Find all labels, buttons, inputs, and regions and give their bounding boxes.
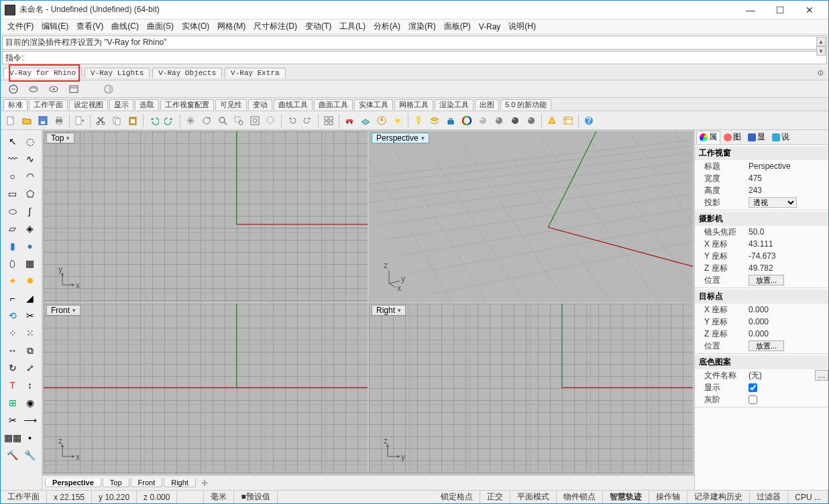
vtab-front[interactable]: Front <box>131 479 163 487</box>
cat-transform[interactable]: 变动 <box>248 99 272 110</box>
history-scroll[interactable]: ▲ ▼ <box>816 37 826 56</box>
menu-view[interactable]: 查看(V) <box>72 19 107 34</box>
show-checkbox[interactable] <box>749 383 757 392</box>
rtab-display[interactable]: 显 <box>744 131 769 144</box>
redo-view-icon[interactable] <box>300 113 315 128</box>
ellipse-icon[interactable]: ⬭ <box>4 202 21 220</box>
copy-icon[interactable] <box>109 113 124 128</box>
box-icon[interactable]: ▮ <box>4 237 21 255</box>
zoom-window-icon[interactable] <box>231 113 246 128</box>
sb-smarttrack[interactable]: 智慧轨迹 <box>603 491 649 503</box>
layers-icon[interactable] <box>427 113 442 128</box>
redo-icon[interactable] <box>162 113 177 128</box>
sb-cpu[interactable]: CPU ... <box>788 491 828 503</box>
sb-preset[interactable]: ■预设值 <box>234 491 277 503</box>
trim-icon[interactable]: ✂ <box>4 412 21 429</box>
tab-vray-rhino[interactable]: V-Ray for Rhino <box>3 68 82 78</box>
history-scroll-down-icon[interactable]: ▼ <box>816 46 826 56</box>
cat-select[interactable]: 选取 <box>135 99 159 110</box>
cat-setview[interactable]: 设定视图 <box>69 99 108 110</box>
cut-icon[interactable] <box>93 113 108 128</box>
menu-surface[interactable]: 曲面(S) <box>143 19 178 34</box>
close-button[interactable]: ✕ <box>795 1 824 19</box>
menu-edit[interactable]: 编辑(E) <box>38 19 72 34</box>
viewport-front-label[interactable]: Front▾ <box>46 305 80 316</box>
new-icon[interactable] <box>3 113 18 128</box>
scale-icon[interactable]: ⤢ <box>21 359 39 377</box>
explode-icon[interactable]: ✹ <box>21 272 39 290</box>
sphere2-icon[interactable] <box>492 113 506 128</box>
tgt-place-button[interactable]: 放置... <box>749 340 784 351</box>
menu-mesh[interactable]: 网格(M) <box>213 19 250 34</box>
history-scroll-up-icon[interactable]: ▲ <box>816 37 826 46</box>
text-icon[interactable]: T <box>4 377 21 394</box>
arrow-icon[interactable]: ↖ <box>4 133 21 150</box>
rect-icon[interactable]: ▭ <box>4 185 21 202</box>
group-icon[interactable]: ⊞ <box>4 394 21 412</box>
sb-gumball[interactable]: 操作轴 <box>649 491 687 503</box>
menu-render[interactable]: 渲染(R) <box>404 19 440 34</box>
vtab-right[interactable]: Right <box>164 479 196 487</box>
plane-icon[interactable]: ▱ <box>4 220 21 237</box>
command-input[interactable] <box>26 53 824 62</box>
car-icon[interactable] <box>342 113 357 128</box>
open-icon[interactable] <box>19 113 34 128</box>
print-icon[interactable] <box>52 113 66 128</box>
surface-icon[interactable]: ◈ <box>21 220 39 237</box>
viewport-perspective-label[interactable]: Perspective▾ <box>372 133 429 143</box>
light-icon[interactable] <box>411 113 426 128</box>
projection-select[interactable]: 透视 <box>749 197 797 208</box>
cat-standard[interactable]: 标准 <box>3 99 27 110</box>
pan-icon[interactable] <box>183 113 198 128</box>
compass-icon[interactable] <box>374 113 389 128</box>
viewport-perspective[interactable]: Perspective▾ z x y <box>369 131 693 302</box>
save-icon[interactable] <box>36 113 50 128</box>
menu-panel[interactable]: 面板(P) <box>440 19 475 34</box>
sb-planar[interactable]: 平面模式 <box>510 491 557 503</box>
cylinder-icon[interactable]: ⬯ <box>4 255 21 272</box>
split-icon[interactable]: ✂ <box>21 307 39 324</box>
menu-curve[interactable]: 曲线(C) <box>107 19 143 34</box>
pyramid-icon[interactable] <box>545 113 559 128</box>
four-view-icon[interactable] <box>321 113 336 128</box>
hammer-icon[interactable]: 🔨 <box>4 446 21 464</box>
tab-vray-objects[interactable]: V-Ray Objects <box>152 68 222 78</box>
vray-frame-icon[interactable] <box>66 82 81 97</box>
cat-drafting[interactable]: 出图 <box>475 99 499 110</box>
maximize-button[interactable]: ☐ <box>765 1 795 19</box>
render-circle-icon[interactable] <box>459 113 474 128</box>
viewport-top-label[interactable]: Top▾ <box>46 133 74 143</box>
menu-file[interactable]: 文件(F) <box>3 19 38 34</box>
sun-icon[interactable] <box>390 113 405 128</box>
cat-visibility[interactable]: 可见性 <box>215 99 247 110</box>
polygon-icon[interactable]: ⬠ <box>21 185 39 202</box>
points2-icon[interactable]: ⁙ <box>21 324 39 342</box>
circle-icon[interactable]: ○ <box>4 168 21 185</box>
viewport-front[interactable]: Front▾ x z <box>44 304 368 475</box>
vtab-add[interactable]: ✛ <box>197 479 212 488</box>
polyline-icon[interactable]: 〰 <box>4 150 21 168</box>
cplane-icon[interactable] <box>358 113 373 128</box>
star-icon[interactable]: ✦ <box>4 272 21 290</box>
points-icon[interactable]: ⁘ <box>4 324 21 342</box>
vray-options-icon[interactable] <box>6 82 21 97</box>
cam-place-button[interactable]: 放置... <box>749 275 784 286</box>
sb-workplane[interactable]: 工作平面 <box>1 491 47 503</box>
cat-curvetools[interactable]: 曲线工具 <box>274 99 313 110</box>
cat-surftools[interactable]: 曲面工具 <box>314 99 353 110</box>
zoom-icon[interactable] <box>215 113 230 128</box>
lasso-icon[interactable]: ◌ <box>21 133 39 150</box>
chamfer-icon[interactable]: ◢ <box>21 290 39 307</box>
sb-record[interactable]: 记录建构历史 <box>687 491 750 503</box>
gray-checkbox[interactable] <box>749 395 757 404</box>
zoom-extents-icon[interactable] <box>247 113 262 128</box>
vray-render-icon[interactable] <box>26 82 41 97</box>
cat-new[interactable]: 5.0 的新功能 <box>500 99 551 110</box>
paint-icon[interactable] <box>443 113 458 128</box>
help-icon[interactable]: ? <box>582 113 596 128</box>
dot-icon[interactable]: ◉ <box>21 394 39 412</box>
array2-icon[interactable]: ▪ <box>21 429 39 446</box>
paste-icon[interactable] <box>125 113 140 128</box>
array-icon[interactable]: ▦▦ <box>4 429 21 446</box>
cat-rendertools[interactable]: 渲染工具 <box>435 99 474 110</box>
